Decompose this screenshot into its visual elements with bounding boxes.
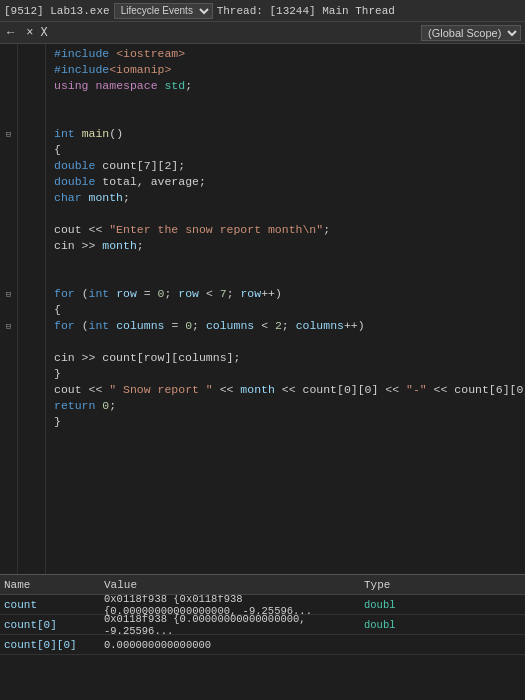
line-number <box>18 334 41 350</box>
watch-var-value: 0x0118f938 {0.00000000000000000, -9.2559… <box>104 613 364 637</box>
secondary-toolbar: ← × X (Global Scope) <box>0 22 525 44</box>
code-line: for (int columns = 0; columns < 2; colum… <box>54 318 525 334</box>
code-line: #include<iomanip> <box>54 62 525 78</box>
code-line <box>54 206 525 222</box>
code-line <box>54 446 525 462</box>
col-header-type: Type <box>364 579 521 591</box>
code-line: } <box>54 414 525 430</box>
close-button[interactable]: × X <box>23 26 51 40</box>
lifecycle-dropdown[interactable]: Lifecycle Events <box>114 3 213 19</box>
line-number <box>18 78 41 94</box>
code-line: cin >> month; <box>54 238 525 254</box>
line-number <box>18 414 41 430</box>
line-number <box>18 206 41 222</box>
code-line <box>54 110 525 126</box>
back-button[interactable]: ← <box>4 26 17 40</box>
line-number <box>18 190 41 206</box>
watch-body: count0x0118f938 {0x0118f938 {0.000000000… <box>0 595 525 700</box>
watch-row[interactable]: count[0][0]0.000000000000000 <box>0 635 525 655</box>
code-line <box>54 270 525 286</box>
line-number <box>18 382 41 398</box>
code-editor: #include <iostream> #include<iomanip> us… <box>0 44 525 574</box>
code-line: return 0; <box>54 398 525 414</box>
code-line: using namespace std; <box>54 78 525 94</box>
watch-row[interactable]: count[0]0x0118f938 {0.00000000000000000,… <box>0 615 525 635</box>
watch-var-value: 0.000000000000000 <box>104 639 364 651</box>
watch-header: Name Value Type <box>0 575 525 595</box>
code-line <box>54 94 525 110</box>
watch-var-name: count[0][0] <box>4 639 104 651</box>
line-number <box>18 94 41 110</box>
code-line: cin >> count[row][columns]; <box>54 350 525 366</box>
watch-var-name: count <box>4 599 104 611</box>
editor-gutter <box>0 44 18 574</box>
line-number <box>18 254 41 270</box>
code-line: { <box>54 302 525 318</box>
code-line: } <box>54 366 525 382</box>
code-line: double total, average; <box>54 174 525 190</box>
watch-var-name: count[0] <box>4 619 104 631</box>
line-number <box>18 318 41 334</box>
code-line: { <box>54 142 525 158</box>
line-number <box>18 222 41 238</box>
code-line: cout << " Snow report " << month << coun… <box>54 382 525 398</box>
line-number <box>18 302 41 318</box>
toolbar-left: [9512] Lab13.exe Lifecycle Events Thread… <box>4 3 521 19</box>
line-number <box>18 462 41 478</box>
code-line: char month; <box>54 190 525 206</box>
main-toolbar: [9512] Lab13.exe Lifecycle Events Thread… <box>0 0 525 22</box>
line-number <box>18 366 41 382</box>
code-line <box>54 254 525 270</box>
col-header-name: Name <box>4 579 104 591</box>
line-number <box>18 62 41 78</box>
line-number <box>18 430 41 446</box>
process-label: [9512] Lab13.exe <box>4 5 110 17</box>
line-number <box>18 110 41 126</box>
line-number <box>18 238 41 254</box>
line-number <box>18 126 41 142</box>
code-line <box>54 462 525 478</box>
code-line: double count[7][2]; <box>54 158 525 174</box>
scope-dropdown[interactable]: (Global Scope) <box>421 25 521 41</box>
line-numbers <box>18 44 46 574</box>
watch-var-type: doubl <box>364 599 521 611</box>
code-line <box>54 478 525 494</box>
line-number <box>18 286 41 302</box>
line-number <box>18 446 41 462</box>
code-content[interactable]: #include <iostream> #include<iomanip> us… <box>46 44 525 574</box>
line-number <box>18 270 41 286</box>
col-header-value: Value <box>104 579 364 591</box>
line-number <box>18 46 41 62</box>
watch-var-type: doubl <box>364 619 521 631</box>
line-number <box>18 398 41 414</box>
line-number <box>18 478 41 494</box>
code-line <box>54 494 525 510</box>
line-number <box>18 174 41 190</box>
watch-panel: Name Value Type count0x0118f938 {0x0118f… <box>0 574 525 700</box>
code-line: cout << "Enter the snow report month\n"; <box>54 222 525 238</box>
code-line: int main() <box>54 126 525 142</box>
code-line: for (int row = 0; row < 7; row++) <box>54 286 525 302</box>
line-number <box>18 142 41 158</box>
line-number <box>18 494 41 510</box>
code-line <box>54 334 525 350</box>
code-line <box>54 430 525 446</box>
thread-label: Thread: [13244] Main Thread <box>217 5 395 17</box>
line-number <box>18 158 41 174</box>
line-number <box>18 350 41 366</box>
code-line: #include <iostream> <box>54 46 525 62</box>
